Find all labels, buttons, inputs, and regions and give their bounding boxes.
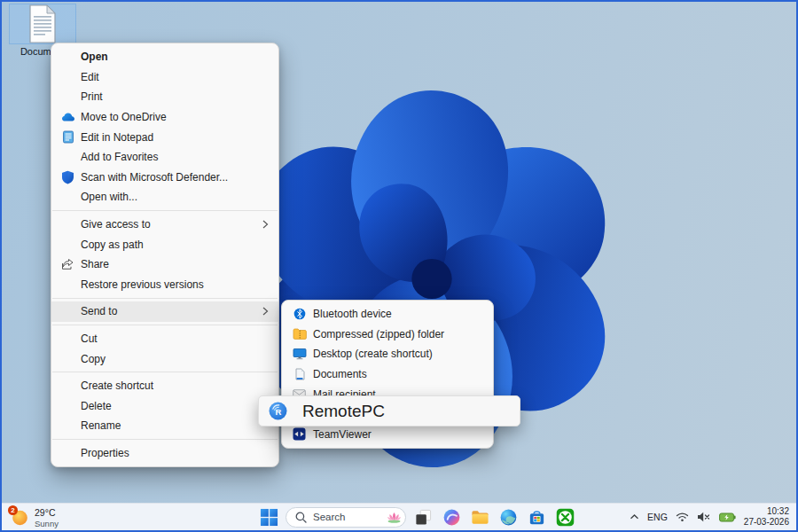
menu-item-add-to-favorites[interactable]: Add to Favorites bbox=[51, 147, 278, 168]
menu-separator bbox=[52, 298, 278, 299]
onedrive-icon bbox=[60, 110, 75, 125]
document-file-icon bbox=[26, 4, 59, 43]
task-view-button[interactable] bbox=[411, 505, 434, 529]
copilot-button[interactable] bbox=[440, 505, 463, 529]
menu-item-print[interactable]: Print bbox=[51, 87, 278, 107]
sendto-item-teamviewer[interactable]: TeamViewer bbox=[282, 425, 493, 445]
wifi-button[interactable] bbox=[676, 512, 689, 522]
menu-item-create-shortcut[interactable]: Create shortcut bbox=[51, 376, 278, 396]
notepad-icon bbox=[60, 129, 75, 145]
battery-charging-icon bbox=[719, 512, 736, 522]
menu-separator bbox=[52, 372, 278, 372]
edge-button[interactable] bbox=[497, 505, 520, 529]
desktop: Document Open Edit Print Move to OneDriv… bbox=[0, 0, 798, 532]
bluetooth-icon bbox=[292, 307, 307, 322]
teamviewer-icon bbox=[292, 426, 307, 442]
search-highlight-lotus-icon[interactable] bbox=[387, 512, 402, 523]
share-icon bbox=[60, 257, 75, 272]
menu-item-restore-previous-versions[interactable]: Restore previous versions bbox=[51, 275, 278, 295]
volume-mute-button[interactable] bbox=[697, 512, 711, 522]
microsoft-store-button[interactable] bbox=[525, 505, 548, 529]
speaker-mute-icon bbox=[697, 512, 711, 522]
xbox-button[interactable] bbox=[553, 505, 576, 529]
tray-chevron-up-button[interactable] bbox=[630, 513, 639, 520]
task-view-icon bbox=[414, 508, 433, 527]
menu-item-rename[interactable]: Rename bbox=[51, 416, 278, 436]
remotepc-label: RemotePC bbox=[302, 402, 385, 421]
chevron-up-icon bbox=[630, 513, 639, 520]
menu-item-copy[interactable]: Copy bbox=[51, 348, 278, 369]
edge-icon bbox=[499, 508, 518, 527]
search-placeholder: Search bbox=[313, 512, 345, 522]
wifi-icon bbox=[676, 512, 689, 522]
menu-item-send-to[interactable]: Send to bbox=[51, 301, 278, 322]
search-icon bbox=[295, 512, 307, 523]
menu-separator bbox=[52, 325, 278, 325]
weather-widget[interactable]: 2 29°C Sunny bbox=[11, 507, 59, 528]
weather-condition: Sunny bbox=[35, 519, 59, 528]
menu-item-edit-in-notepad[interactable]: Edit in Notepad bbox=[51, 127, 278, 147]
menu-separator bbox=[52, 439, 278, 440]
clock-date: 27-03-2026 bbox=[744, 517, 789, 528]
sendto-item-bluetooth[interactable]: Bluetooth device bbox=[282, 304, 493, 325]
chevron-right-icon bbox=[262, 220, 269, 230]
taskbar: 2 29°C Sunny Search bbox=[2, 503, 796, 530]
xbox-icon bbox=[556, 508, 575, 527]
start-button[interactable] bbox=[257, 505, 280, 529]
file-explorer-icon bbox=[471, 509, 489, 526]
microsoft-store-icon bbox=[528, 508, 546, 527]
remotepc-icon: R bbox=[269, 402, 287, 420]
language-indicator[interactable]: ENG bbox=[647, 512, 668, 522]
sendto-item-documents[interactable]: Documents bbox=[282, 364, 493, 385]
svg-text:R: R bbox=[276, 407, 282, 417]
battery-button[interactable] bbox=[719, 512, 736, 522]
menu-item-scan-with-defender[interactable]: Scan with Microsoft Defender... bbox=[51, 168, 278, 188]
desktop-monitor-icon bbox=[292, 347, 307, 362]
menu-item-open[interactable]: Open bbox=[51, 47, 278, 67]
documents-icon bbox=[292, 367, 307, 382]
defender-shield-icon bbox=[60, 169, 75, 184]
weather-temp: 29°C bbox=[35, 507, 59, 519]
menu-item-share[interactable]: Share bbox=[51, 254, 278, 275]
menu-item-give-access-to[interactable]: Give access to bbox=[51, 215, 278, 235]
desktop-file-document[interactable] bbox=[9, 4, 76, 44]
menu-item-cut[interactable]: Cut bbox=[51, 329, 278, 349]
zip-folder-icon bbox=[292, 326, 307, 341]
clock-time: 10:32 bbox=[744, 506, 789, 518]
chevron-right-icon bbox=[262, 307, 269, 317]
windows-logo-icon bbox=[260, 508, 278, 527]
menu-item-move-to-onedrive[interactable]: Move to OneDrive bbox=[51, 107, 278, 128]
menu-separator bbox=[52, 210, 278, 211]
clock[interactable]: 10:32 27-03-2026 bbox=[744, 506, 789, 528]
context-menu: Open Edit Print Move to OneDrive Edit in… bbox=[51, 43, 279, 467]
menu-item-edit[interactable]: Edit bbox=[51, 67, 278, 88]
sendto-item-remotepc[interactable]: R RemotePC bbox=[258, 395, 520, 426]
file-explorer-button[interactable] bbox=[468, 505, 491, 529]
copilot-icon bbox=[442, 508, 461, 527]
menu-item-open-with[interactable]: Open with... bbox=[51, 187, 278, 207]
menu-item-delete[interactable]: Delete bbox=[51, 396, 278, 417]
sendto-item-desktop-shortcut[interactable]: Desktop (create shortcut) bbox=[282, 344, 493, 364]
weather-sun-icon: 2 bbox=[11, 508, 29, 527]
menu-item-properties[interactable]: Properties bbox=[51, 443, 278, 464]
menu-item-copy-as-path[interactable]: Copy as path bbox=[51, 234, 278, 254]
sendto-item-zip-folder[interactable]: Compressed (zipped) folder bbox=[282, 325, 493, 345]
search-input[interactable]: Search bbox=[286, 507, 406, 528]
